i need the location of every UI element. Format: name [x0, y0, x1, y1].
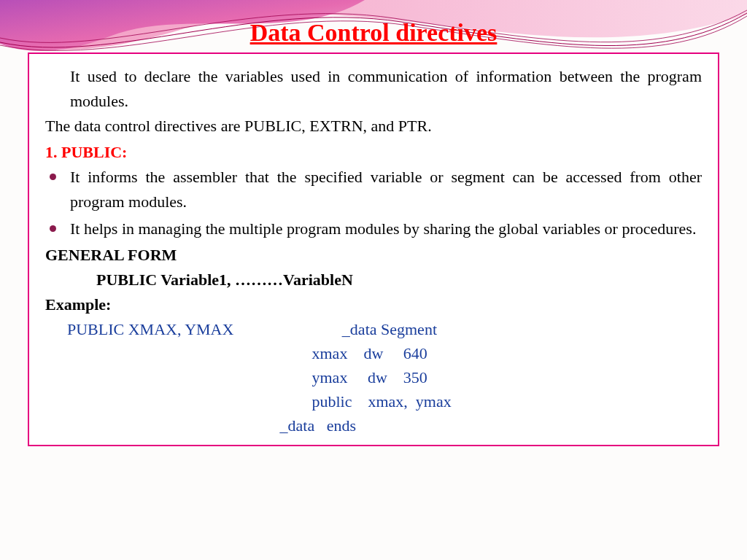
list-item: It helps in managing the multiple progra… — [70, 217, 702, 241]
example-code: PUBLIC XMAX, YMAX _data Segment xmax dw … — [45, 317, 702, 438]
content-box: It used to declare the variables used in… — [28, 52, 719, 446]
bullet-list: It informs the assembler that the specif… — [45, 165, 702, 241]
list-item: It informs the assembler that the specif… — [70, 165, 702, 214]
section-public-heading: 1. PUBLIC: — [45, 140, 702, 165]
example-label: Example: — [45, 292, 702, 317]
general-form-syntax: PUBLIC Variable1, ………VariableN — [45, 268, 702, 292]
intro-paragraph: It used to declare the variables used in… — [45, 64, 702, 114]
general-form-label: GENERAL FORM — [45, 243, 702, 268]
page-title: Data Control directives — [0, 0, 747, 52]
directives-line: The data control directives are PUBLIC, … — [45, 114, 702, 139]
